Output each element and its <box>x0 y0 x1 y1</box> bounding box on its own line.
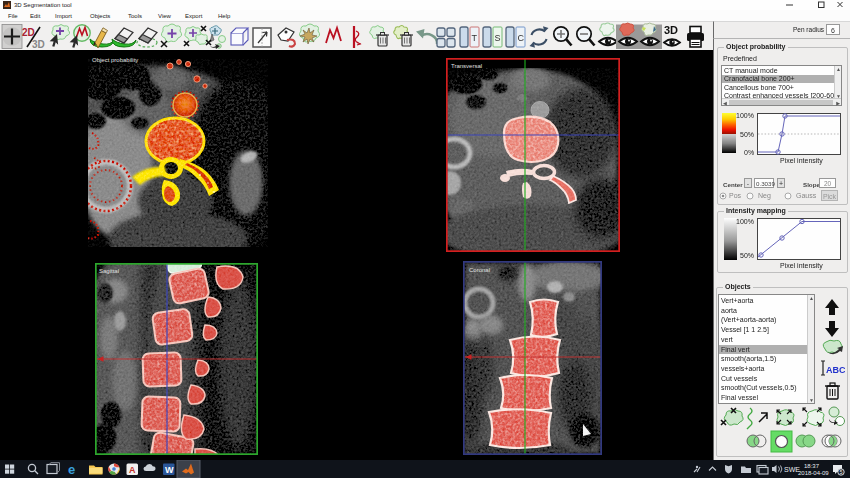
svg-text:2018-04-09: 2018-04-09 <box>798 470 829 476</box>
svg-text:Sagittal: Sagittal <box>99 268 119 274</box>
svg-text:W: W <box>165 465 174 475</box>
svg-text:ABC: ABC <box>826 365 845 375</box>
svg-text:e: e <box>68 462 75 477</box>
svg-text:Object probability: Object probability <box>92 57 138 63</box>
svg-text:S: S <box>495 33 501 43</box>
svg-text:Coronal: Coronal <box>469 267 490 273</box>
svg-text:2D: 2D <box>22 27 35 38</box>
svg-text:3D: 3D <box>32 39 45 50</box>
svg-text:A: A <box>129 465 136 475</box>
svg-text:18:37: 18:37 <box>804 463 820 469</box>
svg-text:3D: 3D <box>664 24 678 36</box>
svg-text:5: 5 <box>840 469 843 475</box>
svg-text:Transversal: Transversal <box>451 63 482 69</box>
svg-text:T: T <box>472 33 478 43</box>
svg-text:C: C <box>518 33 525 43</box>
